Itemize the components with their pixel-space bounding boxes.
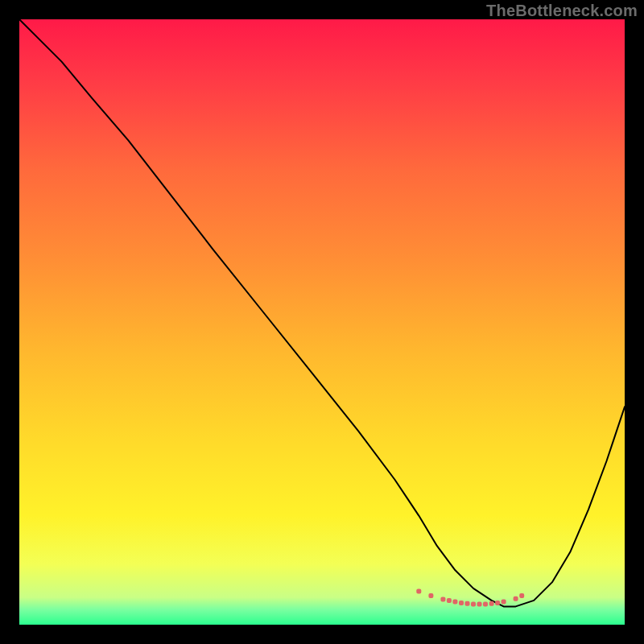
chart-frame: TheBottleneck.com bbox=[0, 0, 644, 644]
optimal-marker bbox=[447, 598, 452, 603]
optimal-marker bbox=[489, 601, 494, 606]
chart-plot-area bbox=[19, 19, 625, 625]
optimal-marker bbox=[514, 597, 518, 601]
optimal-marker bbox=[465, 601, 470, 606]
optimal-marker bbox=[452, 599, 457, 604]
optimal-marker bbox=[428, 593, 433, 598]
gradient-background bbox=[19, 19, 625, 625]
optimal-marker bbox=[477, 601, 482, 606]
optimal-marker bbox=[502, 599, 506, 604]
optimal-marker bbox=[519, 593, 524, 598]
optimal-marker bbox=[416, 589, 421, 594]
optimal-marker bbox=[471, 601, 476, 606]
optimal-marker bbox=[495, 601, 500, 605]
optimal-marker bbox=[459, 601, 464, 605]
watermark-text: TheBottleneck.com bbox=[486, 2, 638, 20]
optimal-marker bbox=[440, 597, 445, 601]
chart-svg bbox=[19, 19, 625, 625]
optimal-marker bbox=[483, 601, 488, 606]
